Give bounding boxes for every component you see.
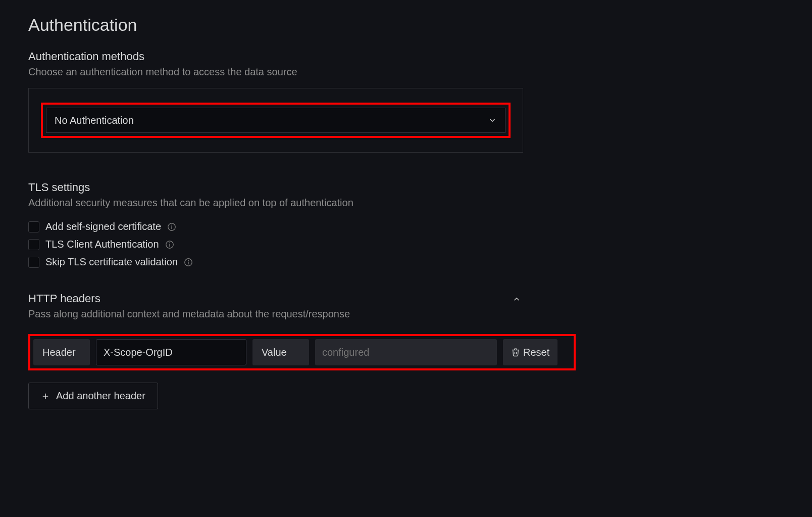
checkbox-label-client-auth: TLS Client Authentication [45, 239, 159, 250]
tls-settings-section: TLS settings Additional security measure… [28, 181, 784, 268]
checkbox-self-signed[interactable] [28, 221, 39, 232]
http-headers-collapse-button[interactable] [510, 293, 523, 308]
authentication-methods-section: Authentication methods Choose an authent… [28, 50, 784, 153]
info-icon[interactable] [167, 222, 176, 231]
tls-heading: TLS settings [28, 181, 784, 194]
chevron-down-icon [488, 116, 497, 125]
tls-option-skip-validation: Skip TLS certificate validation [28, 256, 784, 268]
http-headers-description: Pass along additional context and metada… [28, 308, 784, 320]
chevron-up-icon [512, 295, 521, 304]
checkbox-label-self-signed: Add self-signed certificate [45, 221, 161, 232]
header-name-label: Header [33, 339, 90, 365]
reset-header-button[interactable]: Reset [503, 339, 557, 365]
svg-point-1 [171, 224, 172, 225]
auth-select-highlight: No Authentication [41, 103, 511, 138]
add-header-label: Add another header [56, 390, 145, 402]
http-headers-section: HTTP headers Pass along additional conte… [28, 292, 784, 409]
info-icon[interactable] [165, 240, 174, 249]
http-header-row-highlight: Header Value Reset [28, 334, 576, 370]
tls-description: Additional security measures that can be… [28, 197, 784, 209]
section-title-authentication: Authentication [28, 15, 784, 35]
tls-option-client-auth: TLS Client Authentication [28, 239, 784, 250]
info-icon[interactable] [184, 258, 193, 267]
tls-option-self-signed: Add self-signed certificate [28, 221, 784, 232]
add-header-button[interactable]: Add another header [28, 383, 158, 409]
http-headers-heading: HTTP headers [28, 292, 100, 305]
header-name-input[interactable] [96, 339, 246, 365]
auth-methods-description: Choose an authentication method to acces… [28, 66, 784, 78]
plus-icon [41, 392, 50, 401]
svg-point-7 [188, 260, 189, 261]
auth-method-selected-label: No Authentication [55, 115, 134, 126]
auth-method-select[interactable]: No Authentication [46, 108, 505, 133]
header-value-label: Value [252, 339, 309, 365]
checkbox-label-skip-validation: Skip TLS certificate validation [45, 256, 178, 268]
header-value-input[interactable] [315, 339, 497, 365]
reset-button-label: Reset [523, 347, 549, 358]
checkbox-skip-validation[interactable] [28, 257, 39, 268]
http-header-row: Header Value Reset [33, 339, 571, 365]
auth-methods-heading: Authentication methods [28, 50, 784, 63]
auth-methods-box: No Authentication [28, 88, 523, 153]
checkbox-client-auth[interactable] [28, 239, 39, 250]
svg-point-4 [169, 242, 170, 243]
trash-icon [511, 348, 520, 357]
